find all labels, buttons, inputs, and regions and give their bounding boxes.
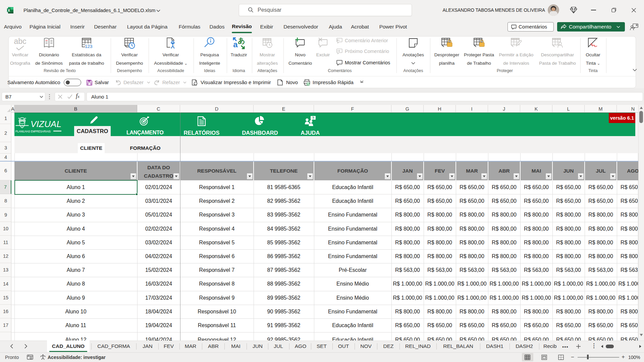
- svg-text:あ: あ: [238, 37, 245, 45]
- svg-text:X: X: [8, 9, 10, 12]
- svg-text:VIZUAL: VIZUAL: [31, 119, 61, 129]
- svg-text:?: ?: [312, 116, 314, 120]
- svg-text:PLANILHAS EMPRESARIAIS: PLANILHAS EMPRESARIAIS: [15, 130, 51, 133]
- svg-text:123: 123: [85, 44, 93, 49]
- svg-text:a: a: [233, 40, 238, 49]
